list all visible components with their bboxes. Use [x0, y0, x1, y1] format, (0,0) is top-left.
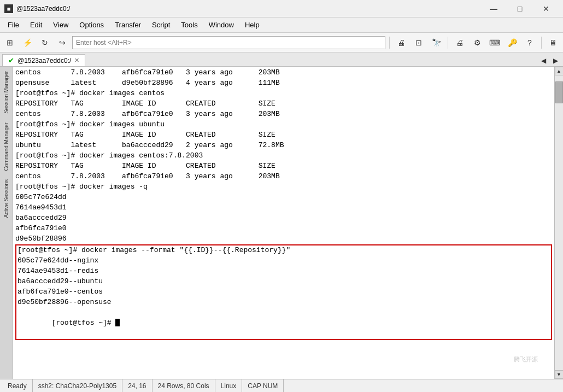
- main-area: Session Manager Command Manager Active S…: [0, 67, 563, 379]
- menu-window[interactable]: Window: [203, 19, 239, 31]
- status-connection: ssh2: ChaCha20-Poly1305: [33, 379, 122, 392]
- scroll-up-btn[interactable]: ▲: [555, 67, 564, 75]
- left-sidebar: Session Manager Command Manager Active S…: [0, 67, 13, 379]
- toolbar: ⊞ ⚡ ↻ ↪ 🖨 ⊡ 🔭 🖨 ⚙ ⌨ 🔑 ? 🖥: [0, 33, 563, 52]
- monitor-btn[interactable]: 🖥: [546, 35, 561, 50]
- terminal-line: ubuntu latest ba6acccedd29 2 years ago 7…: [15, 141, 552, 151]
- terminal-line: REPOSITORY TAG IMAGE ID CREATED SIZE: [15, 130, 552, 141]
- terminal-line-highlighted: 7614ae9453d1--redis: [17, 266, 550, 277]
- sidebar-active-sessions[interactable]: Active Sessions: [3, 175, 9, 223]
- terminal-line: [root@tfos ~]# docker images ubuntu: [15, 120, 552, 130]
- terminal-line: REPOSITORY TAG IMAGE ID CREATED SIZE: [15, 99, 552, 109]
- terminal-line-highlighted: d9e50bf28896--opensuse: [17, 297, 550, 308]
- toolbar-separator-1: [389, 37, 390, 49]
- reconnect-btn[interactable]: ↻: [37, 35, 52, 50]
- quick-connect-btn[interactable]: ⚡: [20, 35, 35, 50]
- tab-nav: ◀ ▶: [538, 55, 561, 66]
- window-controls: — □ ✕: [481, 0, 559, 17]
- settings-btn[interactable]: ⚙: [470, 35, 485, 50]
- terminal-line-highlighted: 605c77e624dd--nginx: [17, 256, 550, 266]
- menu-view[interactable]: View: [48, 19, 74, 31]
- keyboard-btn[interactable]: ⌨: [487, 35, 502, 50]
- minimize-button[interactable]: —: [481, 0, 506, 17]
- highlighted-terminal-block: [root@tfos ~]# docker images --format "{…: [15, 244, 552, 340]
- terminal-prompt-line: [root@tfos ~]#: [17, 308, 550, 339]
- copy-remote-btn[interactable]: ⊡: [411, 35, 426, 50]
- active-tab[interactable]: ✔ @1523aa7eddc0:/ ✕: [2, 54, 85, 66]
- app-icon: ■: [4, 4, 13, 13]
- sidebar-session-manager[interactable]: Session Manager: [3, 67, 9, 118]
- close-button[interactable]: ✕: [533, 0, 559, 17]
- key-btn[interactable]: 🔑: [505, 35, 520, 50]
- toolbar-separator-2: [448, 37, 448, 49]
- status-os: Linux: [215, 379, 243, 392]
- terminal-line-highlighted: afb6fca791e0--centos: [17, 287, 550, 297]
- terminal-line-highlighted: ba6acccedd29--ubuntu: [17, 277, 550, 287]
- scroll-thumb[interactable]: [555, 81, 563, 103]
- tab-status-icon: ✔: [8, 56, 14, 65]
- tab-next-btn[interactable]: ▶: [550, 55, 561, 66]
- menu-transfer[interactable]: Transfer: [109, 19, 146, 31]
- scrollbar[interactable]: ▲ ▼: [554, 67, 563, 379]
- url-btn[interactable]: ↪: [55, 35, 70, 50]
- terminal-line: [root@tfos ~]# docker images centos:7.8.…: [15, 151, 552, 161]
- terminal-line: REPOSITORY TAG IMAGE ID CREATED SIZE: [15, 161, 552, 172]
- maximize-button[interactable]: □: [507, 0, 532, 17]
- terminal-line: 7614ae9453d1: [15, 203, 552, 213]
- menu-options[interactable]: Options: [74, 19, 109, 31]
- terminal-line: 605c77e624dd: [15, 192, 552, 203]
- terminal-output[interactable]: centos 7.8.2003 afb6fca791e0 3 years ago…: [13, 67, 554, 379]
- tab-close-btn[interactable]: ✕: [74, 57, 79, 64]
- terminal-line: centos 7.8.2003 afb6fca791e0 3 years ago…: [15, 68, 552, 78]
- host-input[interactable]: [72, 36, 385, 49]
- print2-btn[interactable]: 🖨: [452, 35, 467, 50]
- menu-bar: File Edit View Options Transfer Script T…: [0, 17, 563, 33]
- menu-help[interactable]: Help: [239, 19, 265, 31]
- menu-tools[interactable]: Tools: [175, 19, 203, 31]
- window-title: @1523aa7eddc0:/: [16, 5, 481, 13]
- toolbar-separator-3: [541, 37, 542, 49]
- tab-label: @1523aa7eddc0:/: [17, 57, 71, 65]
- terminal-line: [root@tfos ~]# docker images -q: [15, 182, 552, 192]
- terminal-line: afb6fca791e0: [15, 224, 552, 234]
- terminal-cursor: [115, 319, 120, 326]
- terminal-line: ba6acccedd29: [15, 213, 552, 224]
- scroll-down-btn[interactable]: ▼: [555, 370, 564, 379]
- sidebar-toggle-btn[interactable]: ⊞: [2, 35, 17, 50]
- menu-file[interactable]: File: [2, 19, 25, 31]
- title-bar: ■ @1523aa7eddc0:/ — □ ✕: [0, 0, 563, 17]
- help-btn[interactable]: ?: [522, 35, 537, 50]
- terminal-line: d9e50bf28896: [15, 234, 552, 244]
- sidebar-command-manager[interactable]: Command Manager: [3, 118, 9, 175]
- tab-bar: ✔ @1523aa7eddc0:/ ✕ ◀ ▶: [0, 52, 563, 67]
- status-coords: 24, 16: [122, 379, 152, 392]
- terminal-line: [root@tfos ~]# docker images centos: [15, 89, 552, 99]
- terminal-line-highlighted: [root@tfos ~]# docker images --format "{…: [17, 245, 550, 256]
- terminal-line: opensuse latest d9e50bf28896 4 years ago…: [15, 78, 552, 89]
- watermark: 腾飞开源: [514, 355, 538, 364]
- status-caps: CAP NUM: [242, 379, 284, 392]
- status-ready: Ready: [4, 379, 33, 392]
- tab-prev-btn[interactable]: ◀: [538, 55, 549, 66]
- terminal-line: centos 7.8.2003 afb6fca791e0 3 years ago…: [15, 109, 552, 120]
- print-btn[interactable]: 🖨: [394, 35, 409, 50]
- menu-edit[interactable]: Edit: [25, 19, 48, 31]
- menu-script[interactable]: Script: [146, 19, 175, 31]
- status-dimensions: 24 Rows, 80 Cols: [153, 379, 215, 392]
- scroll-track[interactable]: [555, 75, 563, 370]
- find-btn[interactable]: 🔭: [429, 35, 444, 50]
- status-bar: Ready ssh2: ChaCha20-Poly1305 24, 16 24 …: [0, 379, 563, 392]
- terminal-line: centos 7.8.2003 afb6fca791e0 3 years ago…: [15, 172, 552, 182]
